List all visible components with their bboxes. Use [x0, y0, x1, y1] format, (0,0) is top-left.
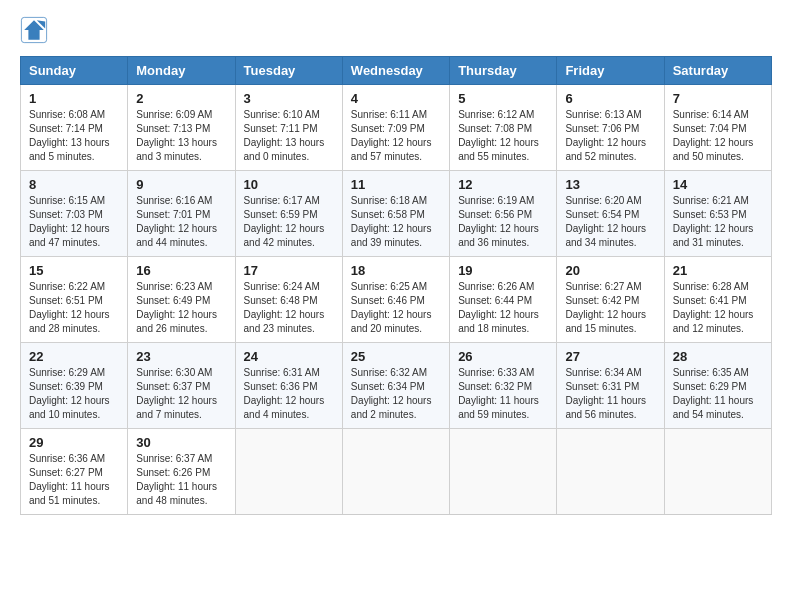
calendar-cell: 16 Sunrise: 6:23 AMSunset: 6:49 PMDaylig…: [128, 257, 235, 343]
day-number: 7: [673, 91, 763, 106]
day-number: 4: [351, 91, 441, 106]
calendar-cell: 9 Sunrise: 6:16 AMSunset: 7:01 PMDayligh…: [128, 171, 235, 257]
calendar-cell: 21 Sunrise: 6:28 AMSunset: 6:41 PMDaylig…: [664, 257, 771, 343]
day-number: 17: [244, 263, 334, 278]
day-header-saturday: Saturday: [664, 57, 771, 85]
day-info: Sunrise: 6:29 AMSunset: 6:39 PMDaylight:…: [29, 367, 110, 420]
day-number: 27: [565, 349, 655, 364]
day-info: Sunrise: 6:11 AMSunset: 7:09 PMDaylight:…: [351, 109, 432, 162]
day-number: 15: [29, 263, 119, 278]
day-info: Sunrise: 6:33 AMSunset: 6:32 PMDaylight:…: [458, 367, 539, 420]
day-number: 12: [458, 177, 548, 192]
calendar-cell: 20 Sunrise: 6:27 AMSunset: 6:42 PMDaylig…: [557, 257, 664, 343]
day-info: Sunrise: 6:36 AMSunset: 6:27 PMDaylight:…: [29, 453, 110, 506]
day-number: 18: [351, 263, 441, 278]
day-number: 13: [565, 177, 655, 192]
day-number: 23: [136, 349, 226, 364]
day-info: Sunrise: 6:35 AMSunset: 6:29 PMDaylight:…: [673, 367, 754, 420]
day-number: 3: [244, 91, 334, 106]
day-number: 29: [29, 435, 119, 450]
calendar-cell: 27 Sunrise: 6:34 AMSunset: 6:31 PMDaylig…: [557, 343, 664, 429]
day-number: 11: [351, 177, 441, 192]
day-header-tuesday: Tuesday: [235, 57, 342, 85]
calendar-cell: 17 Sunrise: 6:24 AMSunset: 6:48 PMDaylig…: [235, 257, 342, 343]
calendar-week-1: 1 Sunrise: 6:08 AMSunset: 7:14 PMDayligh…: [21, 85, 772, 171]
calendar-cell: 25 Sunrise: 6:32 AMSunset: 6:34 PMDaylig…: [342, 343, 449, 429]
calendar-cell: 5 Sunrise: 6:12 AMSunset: 7:08 PMDayligh…: [450, 85, 557, 171]
calendar-cell: 6 Sunrise: 6:13 AMSunset: 7:06 PMDayligh…: [557, 85, 664, 171]
calendar-cell: 2 Sunrise: 6:09 AMSunset: 7:13 PMDayligh…: [128, 85, 235, 171]
calendar-cell: 18 Sunrise: 6:25 AMSunset: 6:46 PMDaylig…: [342, 257, 449, 343]
calendar-week-4: 22 Sunrise: 6:29 AMSunset: 6:39 PMDaylig…: [21, 343, 772, 429]
calendar-cell: [664, 429, 771, 515]
day-info: Sunrise: 6:27 AMSunset: 6:42 PMDaylight:…: [565, 281, 646, 334]
day-number: 19: [458, 263, 548, 278]
calendar-week-2: 8 Sunrise: 6:15 AMSunset: 7:03 PMDayligh…: [21, 171, 772, 257]
day-info: Sunrise: 6:15 AMSunset: 7:03 PMDaylight:…: [29, 195, 110, 248]
calendar-cell: 7 Sunrise: 6:14 AMSunset: 7:04 PMDayligh…: [664, 85, 771, 171]
calendar-cell: 22 Sunrise: 6:29 AMSunset: 6:39 PMDaylig…: [21, 343, 128, 429]
day-number: 16: [136, 263, 226, 278]
day-number: 8: [29, 177, 119, 192]
calendar-cell: 4 Sunrise: 6:11 AMSunset: 7:09 PMDayligh…: [342, 85, 449, 171]
logo: [20, 16, 52, 44]
calendar-cell: 29 Sunrise: 6:36 AMSunset: 6:27 PMDaylig…: [21, 429, 128, 515]
day-info: Sunrise: 6:21 AMSunset: 6:53 PMDaylight:…: [673, 195, 754, 248]
day-info: Sunrise: 6:34 AMSunset: 6:31 PMDaylight:…: [565, 367, 646, 420]
day-number: 30: [136, 435, 226, 450]
day-number: 21: [673, 263, 763, 278]
day-number: 22: [29, 349, 119, 364]
header: [20, 16, 772, 44]
day-info: Sunrise: 6:25 AMSunset: 6:46 PMDaylight:…: [351, 281, 432, 334]
day-number: 9: [136, 177, 226, 192]
calendar-cell: 8 Sunrise: 6:15 AMSunset: 7:03 PMDayligh…: [21, 171, 128, 257]
day-header-wednesday: Wednesday: [342, 57, 449, 85]
day-header-thursday: Thursday: [450, 57, 557, 85]
calendar-header-row: SundayMondayTuesdayWednesdayThursdayFrid…: [21, 57, 772, 85]
day-info: Sunrise: 6:14 AMSunset: 7:04 PMDaylight:…: [673, 109, 754, 162]
day-header-friday: Friday: [557, 57, 664, 85]
day-info: Sunrise: 6:16 AMSunset: 7:01 PMDaylight:…: [136, 195, 217, 248]
calendar-cell: [342, 429, 449, 515]
calendar-cell: [557, 429, 664, 515]
day-info: Sunrise: 6:37 AMSunset: 6:26 PMDaylight:…: [136, 453, 217, 506]
calendar-cell: 12 Sunrise: 6:19 AMSunset: 6:56 PMDaylig…: [450, 171, 557, 257]
day-number: 20: [565, 263, 655, 278]
calendar-cell: 1 Sunrise: 6:08 AMSunset: 7:14 PMDayligh…: [21, 85, 128, 171]
calendar-cell: 11 Sunrise: 6:18 AMSunset: 6:58 PMDaylig…: [342, 171, 449, 257]
day-number: 6: [565, 91, 655, 106]
day-info: Sunrise: 6:22 AMSunset: 6:51 PMDaylight:…: [29, 281, 110, 334]
day-number: 1: [29, 91, 119, 106]
calendar-cell: 24 Sunrise: 6:31 AMSunset: 6:36 PMDaylig…: [235, 343, 342, 429]
calendar-cell: [450, 429, 557, 515]
calendar-cell: 30 Sunrise: 6:37 AMSunset: 6:26 PMDaylig…: [128, 429, 235, 515]
day-number: 25: [351, 349, 441, 364]
day-info: Sunrise: 6:13 AMSunset: 7:06 PMDaylight:…: [565, 109, 646, 162]
calendar-cell: 26 Sunrise: 6:33 AMSunset: 6:32 PMDaylig…: [450, 343, 557, 429]
day-number: 10: [244, 177, 334, 192]
day-number: 28: [673, 349, 763, 364]
calendar-table: SundayMondayTuesdayWednesdayThursdayFrid…: [20, 56, 772, 515]
day-info: Sunrise: 6:30 AMSunset: 6:37 PMDaylight:…: [136, 367, 217, 420]
day-info: Sunrise: 6:08 AMSunset: 7:14 PMDaylight:…: [29, 109, 110, 162]
day-number: 2: [136, 91, 226, 106]
day-number: 24: [244, 349, 334, 364]
day-number: 14: [673, 177, 763, 192]
calendar-cell: 13 Sunrise: 6:20 AMSunset: 6:54 PMDaylig…: [557, 171, 664, 257]
calendar-week-3: 15 Sunrise: 6:22 AMSunset: 6:51 PMDaylig…: [21, 257, 772, 343]
calendar-week-5: 29 Sunrise: 6:36 AMSunset: 6:27 PMDaylig…: [21, 429, 772, 515]
day-info: Sunrise: 6:32 AMSunset: 6:34 PMDaylight:…: [351, 367, 432, 420]
calendar-cell: 10 Sunrise: 6:17 AMSunset: 6:59 PMDaylig…: [235, 171, 342, 257]
day-info: Sunrise: 6:28 AMSunset: 6:41 PMDaylight:…: [673, 281, 754, 334]
day-header-sunday: Sunday: [21, 57, 128, 85]
day-info: Sunrise: 6:31 AMSunset: 6:36 PMDaylight:…: [244, 367, 325, 420]
day-header-monday: Monday: [128, 57, 235, 85]
day-info: Sunrise: 6:23 AMSunset: 6:49 PMDaylight:…: [136, 281, 217, 334]
day-number: 26: [458, 349, 548, 364]
calendar-cell: 14 Sunrise: 6:21 AMSunset: 6:53 PMDaylig…: [664, 171, 771, 257]
main-container: SundayMondayTuesdayWednesdayThursdayFrid…: [0, 0, 792, 531]
day-info: Sunrise: 6:17 AMSunset: 6:59 PMDaylight:…: [244, 195, 325, 248]
day-info: Sunrise: 6:12 AMSunset: 7:08 PMDaylight:…: [458, 109, 539, 162]
day-info: Sunrise: 6:09 AMSunset: 7:13 PMDaylight:…: [136, 109, 217, 162]
day-info: Sunrise: 6:19 AMSunset: 6:56 PMDaylight:…: [458, 195, 539, 248]
